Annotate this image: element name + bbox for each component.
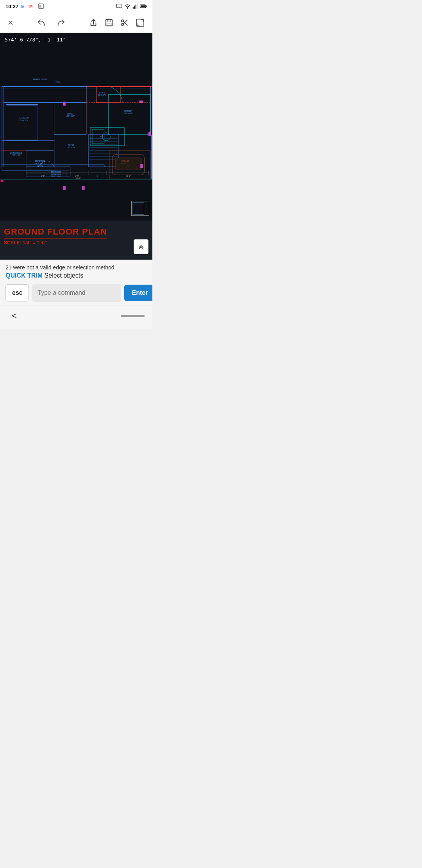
nav-home-pill[interactable] [121,315,145,317]
svg-text:9'-9"×19'-3": 9'-9"×19'-3" [121,163,130,165]
box-icon: ⊡ [38,3,44,9]
svg-text:STORE: STORE [99,92,106,94]
redo-icon [57,18,65,27]
status-left: 10:27 G M ⊡ [5,3,44,9]
scroll-up-button[interactable] [134,239,148,254]
signal-icon [132,4,138,9]
svg-text:KITCHEN: KITCHEN [124,110,132,112]
svg-text:10'0"×8'0": 10'0"×8'0" [98,94,106,96]
wifi-icon [124,4,131,9]
redo-button[interactable] [55,17,67,29]
command-action-label: Select objects [45,272,84,279]
svg-rect-8 [136,5,136,9]
svg-rect-63 [63,102,66,106]
svg-text:GARAGE: GARAGE [122,160,129,162]
svg-rect-7 [134,6,135,9]
svg-text:M: M [29,4,32,9]
chevron-up-icon [138,243,145,250]
undo-button[interactable] [36,17,47,29]
expand-button[interactable] [134,17,146,29]
enter-button[interactable]: Enter [124,285,152,301]
svg-rect-68 [82,186,84,190]
google-icon: G [21,3,27,9]
share-button[interactable] [88,17,99,29]
svg-text:VESTIBULE: VESTIBULE [35,163,45,165]
command-status: 21 were not a valid edge or selection me… [5,264,147,271]
svg-rect-65 [148,132,151,136]
floor-plan-title: GROUND FLOOR PLAN [4,227,107,239]
status-right [116,4,147,9]
svg-text:ENTRANCE: ENTRANCE [35,160,45,162]
gmail-icon: M [29,3,36,9]
title-section: GROUND FLOOR PLAN SCALE: 1/4" = 1'-0" [0,221,152,260]
svg-text:66'-9": 66'-9" [76,177,81,179]
svg-text:FOYER: FOYER [68,144,75,146]
command-area: 21 were not a valid edge or selection me… [0,260,152,305]
toolbar: × [0,13,152,33]
battery-icon [140,4,147,9]
svg-rect-20 [137,19,144,26]
command-input[interactable] [32,284,121,302]
svg-rect-15 [107,23,111,25]
svg-text:VERANDAH: VERANDAH [19,117,29,119]
close-button[interactable]: × [6,16,15,30]
expand-icon [136,18,145,27]
coordinates-label: 574'-6 7/8", -1'-11" [5,37,66,43]
save-button[interactable] [103,17,115,29]
svg-text:10'0"×16'9": 10'0"×16'9" [19,120,28,122]
svg-text:14'0"×15'9": 14'0"×15'9" [67,147,76,149]
svg-text:VERANDAH: VERANDAH [51,174,61,176]
svg-rect-66 [140,164,143,168]
cast-icon [116,4,122,9]
svg-text:9'0"×9'0": 9'0"×9'0" [37,165,44,167]
svg-rect-69 [1,180,4,182]
quick-trim-label: QUICK TRIM [5,272,43,279]
svg-text:×15'0": ×15'0" [55,81,61,83]
command-prompt: QUICK TRIM Select objects [5,272,147,279]
esc-button[interactable]: esc [5,284,29,301]
svg-text:9'-9": 9'-9" [41,175,45,177]
undo-icon [37,18,46,27]
svg-text:20'-9": 20'-9" [126,175,131,177]
svg-rect-67 [63,186,66,190]
svg-rect-6 [133,7,134,9]
save-icon [105,18,113,27]
svg-text:z: z [97,175,98,177]
tools-button[interactable] [119,17,131,29]
svg-text:LIVING ROOM: LIVING ROOM [10,152,22,154]
svg-text:25'0"×15'0": 25'0"×15'0" [11,154,20,156]
svg-rect-9 [137,4,138,9]
svg-rect-112 [132,201,149,215]
minimap [131,201,149,216]
svg-text:22'0"×15'0": 22'0"×15'0" [124,113,133,115]
status-bar: 10:27 G M ⊡ [0,0,152,13]
svg-text:G: G [21,4,24,9]
nav-back-button[interactable]: < [8,309,21,323]
title-section-wrapper: GROUND FLOOR PLAN SCALE: 1/4" = 1'-0" [0,221,152,260]
svg-text:7'-9": 7'-9" [75,175,79,177]
svg-text:16'9"×15'0": 16'9"×15'0" [66,115,75,117]
floor-plan-svg: UP↑ [0,33,152,221]
svg-text:DINING: DINING [67,113,74,115]
svg-rect-12 [141,5,145,7]
command-input-row: esc Enter [5,284,147,302]
share-icon [89,18,98,27]
svg-text:UP↑: UP↑ [100,135,105,138]
svg-text:12'-1"×19'-6": 12'-1"×19'-6" [51,176,62,178]
time-label: 10:27 [5,4,18,9]
bottom-nav: < [0,305,152,329]
cad-drawing-area[interactable]: 574'-6 7/8", -1'-11" [0,33,152,221]
svg-text:FORMAL LIVING: FORMAL LIVING [33,79,47,81]
svg-text:ENTRANCE: ENTRANCE [51,171,61,173]
svg-rect-14 [107,19,111,22]
floor-plan-scale: SCALE: 1/4" = 1'-0" [4,240,148,246]
svg-rect-11 [146,5,147,7]
svg-text:⊡: ⊡ [39,5,42,8]
svg-point-5 [127,8,128,9]
scissors-icon [120,18,129,27]
